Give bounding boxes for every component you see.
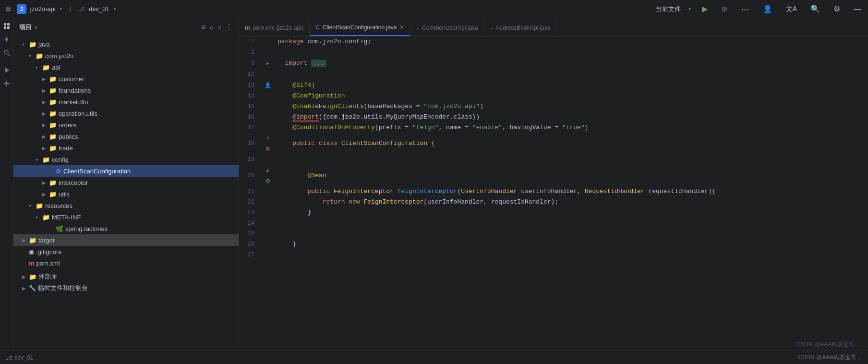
dropdown-arrow[interactable]: ▾ [688, 6, 691, 12]
activity-plugins[interactable] [1, 78, 12, 89]
project-dropdown-arrow[interactable]: ▾ [60, 6, 63, 12]
watermark: CSDN @AAA码农宝哥， [796, 340, 860, 349]
line-content-13: @Slf4j [274, 80, 868, 91]
branch-dropdown-arrow[interactable]: ▾ [113, 6, 117, 12]
line-num-24: 24 [239, 218, 262, 229]
label-utils: utils [59, 191, 70, 198]
gutter-icon-18[interactable]: ⚡ [266, 134, 270, 142]
tree-item-customer[interactable]: ▶ 📁 customer [13, 73, 239, 85]
branch-name[interactable]: dev_01 [89, 5, 109, 12]
editor-area: m pom.xml (jzo2o-api) C ClientScanConfig… [239, 18, 868, 351]
translate-icon[interactable]: 文A [783, 4, 800, 14]
tree-item-api[interactable]: ▾ 📁 api [13, 61, 239, 73]
activity-run[interactable] [1, 64, 12, 76]
line-content-18: public class ClientScanConfiguration { [274, 133, 868, 154]
tree-item-pom-xml[interactable]: m pom.xml [13, 257, 239, 269]
project-tree-dropdown[interactable]: ▾ [35, 24, 37, 31]
line-content-19 [274, 154, 868, 165]
gutter-icon-13: 👤 [265, 83, 271, 88]
tree-item-spring-factories[interactable]: 🌿 spring.factories [13, 223, 239, 234]
tree-item-com-jzo2o[interactable]: ▾ 📁 com.jzo2o [13, 50, 239, 61]
current-file-label[interactable]: 当前文件 [656, 5, 681, 13]
arrow-target: ▶ [22, 238, 29, 243]
folder-icon-com-jzo2o: 📁 [36, 52, 43, 60]
collapse-arrow-3[interactable]: ▶ [266, 61, 269, 66]
tree-item-trade[interactable]: ▶ 📁 trade [13, 142, 239, 154]
label-trade: trade [59, 145, 73, 152]
project-name[interactable]: jzo2o-api [30, 5, 56, 12]
line-num-27: 27 [239, 250, 262, 260]
arrow-config: ▾ [36, 157, 42, 162]
close-tree-icon[interactable]: ✕ [217, 24, 221, 31]
tree-item-target[interactable]: ▶ 📁 target [13, 234, 239, 246]
folder-icon-external-libs: 📁 [29, 273, 36, 280]
main-content: 项目 ▾ ⊕ ◇ ✕ ⋮ ▾ 📁 java ▾ 📁 [0, 18, 868, 351]
tree-item-market-dto[interactable]: ▶ 📁 market.dto [13, 96, 239, 108]
tab-pom[interactable]: m pom.xml (jzo2o-api) [239, 20, 310, 36]
run-icon[interactable]: ▶ [699, 3, 711, 14]
arrow-api: ▾ [36, 65, 42, 70]
gutter-27 [262, 250, 274, 260]
tree-item-foundations[interactable]: ▶ 📁 foundations [13, 85, 239, 96]
tree-item-external-libs[interactable]: ▶ 📁 外部库 [13, 271, 239, 282]
tree-item-utils[interactable]: ▶ 📁 utils [13, 188, 239, 200]
file-tree-header: 项目 ▾ ⊕ ◇ ✕ ⋮ [13, 18, 239, 36]
tree-item-meta-inf[interactable]: ▾ 📁 META-INF [13, 211, 239, 223]
arrow-publics: ▶ [42, 134, 49, 139]
gutter-15 [262, 101, 274, 112]
user-icon[interactable]: 👤 [760, 3, 775, 14]
gutter-icon-20b[interactable]: ⚙ [266, 177, 270, 185]
bookmark-icon[interactable]: ⊕ [718, 3, 730, 14]
file-tree-body: ▾ 📁 java ▾ 📁 com.jzo2o ▾ 📁 api ▶ [13, 36, 239, 351]
project-tree-label[interactable]: 项目 [19, 23, 32, 32]
label-foundations: foundations [59, 87, 91, 94]
activity-search[interactable] [1, 47, 12, 59]
line-content-27 [274, 250, 868, 260]
search-icon[interactable]: 🔍 [808, 3, 823, 14]
tree-item-java[interactable]: ▾ 📁 java [13, 38, 239, 50]
gutter-18: ⚡ ⚙ [262, 133, 274, 154]
tree-item-config[interactable]: ▾ 📁 config [13, 154, 239, 165]
line-num-3: 3 [239, 58, 262, 69]
activity-project[interactable] [1, 20, 12, 32]
tab-close-clientscan[interactable]: ✕ [399, 24, 404, 31]
tab-label-commonuser: CommonUserApi.java [422, 24, 478, 31]
spring-icon-factories: 🌿 [56, 225, 63, 232]
tab-clientscan[interactable]: C ClientScanConfiguration.java ✕ [310, 20, 410, 36]
line-num-19: 19 [239, 154, 262, 165]
tree-item-interceptor[interactable]: ▶ 📁 interceptor [13, 177, 239, 188]
tree-item-orders[interactable]: ▶ 📁 orders [13, 119, 239, 131]
bottom-git[interactable]: ⎇ dev_01 [6, 354, 33, 361]
line-num-14: 14 [239, 91, 262, 101]
settings-icon[interactable]: ⚙ [831, 3, 843, 14]
minimize-icon[interactable]: — [851, 4, 864, 14]
more-icon[interactable]: ⋯ [738, 3, 752, 15]
label-spring-factories: spring.factories [65, 225, 108, 232]
tree-item-gitignore[interactable]: ◉ .gitignore [13, 246, 239, 257]
code-line-18: 18 ⚡ ⚙ public class ClientScanConfigurat… [239, 133, 868, 154]
tree-item-temp-files[interactable]: ▶ 🔧 临时文件和控制台 [13, 282, 239, 294]
line-num-26: 26 [239, 239, 262, 250]
add-tree-icon[interactable]: ⊕ [201, 23, 206, 32]
tab-addressbook[interactable]: · AddressBookApi.java [484, 20, 557, 36]
expand-icon[interactable]: ◇ [210, 24, 214, 32]
tree-item-publics[interactable]: ▶ 📁 publics [13, 131, 239, 142]
gutter-1 [262, 36, 274, 47]
activity-commit[interactable] [1, 34, 12, 45]
code-area[interactable]: 1 package com.jzo2o.config; 2 3 ▶ [239, 36, 868, 351]
gutter-22 [262, 197, 274, 207]
svg-marker-9 [5, 67, 10, 73]
more-tree-icon[interactable]: ⋮ [225, 23, 233, 32]
tab-commonuser[interactable]: · CommonUserApi.java [410, 20, 484, 36]
gutter-12 [262, 69, 274, 80]
gutter-icon-20[interactable]: ⚠ [266, 167, 270, 174]
arrow-java: ▾ [22, 42, 29, 47]
label-external-libs: 外部库 [38, 272, 57, 281]
svg-point-7 [4, 50, 8, 54]
tree-item-resources[interactable]: ▾ 📁 resources [13, 200, 239, 211]
label-interceptor: interceptor [59, 179, 88, 186]
hamburger-menu[interactable]: ≡ [4, 2, 13, 16]
tree-item-operation-utils[interactable]: ▶ 📁 operation.utils [13, 108, 239, 119]
gutter-icon-18b[interactable]: ⚙ [266, 145, 270, 153]
tree-item-clientscan[interactable]: ⚙ ClientScanConfiguration [13, 165, 239, 177]
